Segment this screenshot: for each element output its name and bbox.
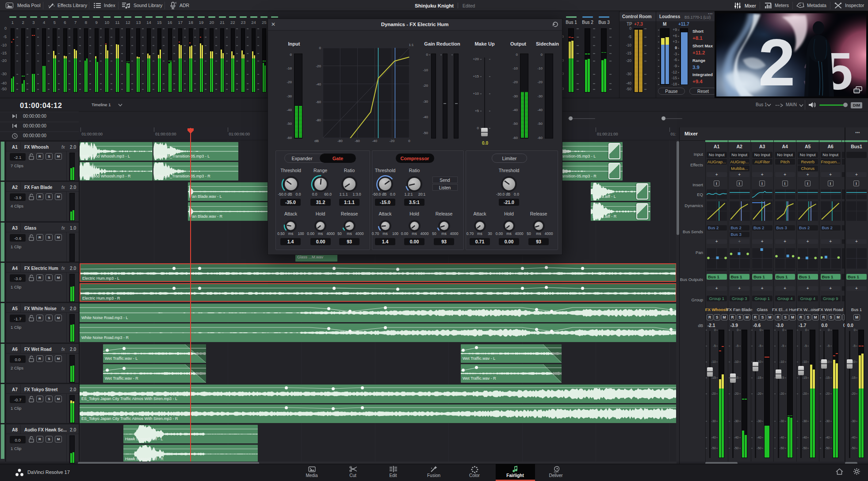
svg-text:2: 2 [758, 25, 795, 96]
